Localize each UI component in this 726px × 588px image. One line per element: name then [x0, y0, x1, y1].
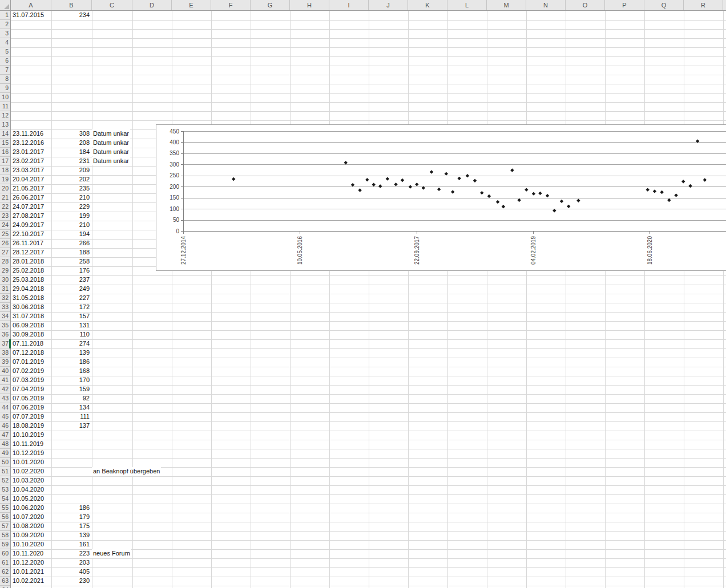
- cell-A1[interactable]: 31.07.2015: [13, 11, 44, 19]
- row-header-55[interactable]: 55: [0, 504, 10, 513]
- row-header-43[interactable]: 43: [0, 394, 10, 403]
- cell-B56[interactable]: 179: [51, 513, 90, 521]
- data-point[interactable]: [653, 189, 656, 193]
- cell-B16[interactable]: 184: [51, 148, 90, 156]
- cell-A23[interactable]: 27.08.2017: [13, 212, 44, 220]
- cell-A40[interactable]: 07.02.2019: [13, 367, 44, 375]
- row-header-16[interactable]: 16: [0, 148, 10, 157]
- select-all-corner[interactable]: [0, 0, 11, 11]
- row-header-48[interactable]: 48: [0, 440, 10, 449]
- cell-A18[interactable]: 23.03.2017: [13, 166, 44, 175]
- cell-A46[interactable]: 18.08.2019: [13, 421, 44, 430]
- row-header-42[interactable]: 42: [0, 385, 10, 394]
- row-header-19[interactable]: 19: [0, 175, 10, 184]
- cell-B62[interactable]: 405: [51, 567, 90, 576]
- cell-A26[interactable]: 26.11.2017: [13, 239, 43, 248]
- row-header-34[interactable]: 34: [0, 312, 10, 321]
- cell-B55[interactable]: 186: [51, 504, 90, 512]
- row-header-58[interactable]: 58: [0, 531, 10, 540]
- cell-A55[interactable]: 10.06.2020: [13, 504, 44, 512]
- data-point[interactable]: [660, 190, 663, 194]
- column-header-N[interactable]: N: [526, 0, 566, 10]
- row-header-38[interactable]: 38: [0, 348, 10, 358]
- row-header-21[interactable]: 21: [0, 193, 10, 202]
- row-header-31[interactable]: 31: [0, 285, 10, 294]
- cell-A19[interactable]: 20.04.2017: [13, 175, 44, 184]
- row-header-8[interactable]: 8: [0, 75, 10, 84]
- row-header-63[interactable]: 63: [0, 577, 10, 586]
- column-header-F[interactable]: F: [211, 0, 251, 10]
- cell-B59[interactable]: 161: [51, 540, 90, 549]
- cell-A42[interactable]: 07.04.2019: [13, 385, 44, 394]
- row-header-7[interactable]: 7: [0, 66, 10, 75]
- cell-B34[interactable]: 157: [51, 312, 90, 321]
- data-point[interactable]: [437, 188, 441, 191]
- row-header-26[interactable]: 26: [0, 239, 10, 248]
- data-point[interactable]: [430, 170, 433, 173]
- cell-A58[interactable]: 10.09.2020: [13, 531, 44, 540]
- row-header-17[interactable]: 17: [0, 157, 10, 166]
- cell-A57[interactable]: 10.08.2020: [13, 522, 44, 530]
- cell-B38[interactable]: 139: [51, 348, 90, 357]
- row-header-23[interactable]: 23: [0, 212, 10, 221]
- column-header-J[interactable]: J: [369, 0, 408, 10]
- cell-B1[interactable]: 234: [51, 11, 90, 19]
- row-header-15[interactable]: 15: [0, 139, 10, 148]
- cell-B60[interactable]: 223: [51, 549, 90, 558]
- cell-A49[interactable]: 10.12.2019: [13, 449, 44, 457]
- data-point[interactable]: [703, 178, 707, 181]
- data-point[interactable]: [560, 200, 563, 203]
- row-header-27[interactable]: 27: [0, 248, 10, 257]
- cell-C15[interactable]: Datum unkar: [92, 139, 130, 147]
- cell-B39[interactable]: 186: [51, 358, 90, 366]
- data-point[interactable]: [567, 205, 570, 208]
- cell-B19[interactable]: 202: [51, 175, 90, 184]
- row-header-59[interactable]: 59: [0, 540, 10, 549]
- row-header-10[interactable]: 10: [0, 93, 10, 102]
- cell-A36[interactable]: 30.09.2018: [13, 330, 44, 339]
- cell-A47[interactable]: 10.10.2019: [13, 431, 44, 439]
- column-header-R[interactable]: R: [684, 0, 723, 10]
- row-header-61[interactable]: 61: [0, 558, 10, 567]
- cell-B42[interactable]: 159: [51, 385, 90, 394]
- column-header-B[interactable]: B: [51, 0, 92, 10]
- data-point[interactable]: [232, 177, 235, 181]
- data-point[interactable]: [576, 199, 580, 202]
- row-header-62[interactable]: 62: [0, 567, 10, 577]
- cell-A62[interactable]: 10.01.2021: [13, 567, 44, 576]
- cell-A60[interactable]: 10.11.2020: [13, 549, 43, 558]
- column-header-G[interactable]: G: [251, 0, 290, 10]
- data-point[interactable]: [525, 188, 528, 191]
- data-point[interactable]: [688, 184, 692, 188]
- cell-A33[interactable]: 30.06.2018: [13, 303, 44, 311]
- column-header-K[interactable]: K: [408, 0, 447, 10]
- cell-B44[interactable]: 134: [51, 403, 90, 412]
- data-point[interactable]: [646, 188, 650, 191]
- data-point[interactable]: [510, 168, 514, 172]
- row-header-4[interactable]: 4: [0, 38, 10, 47]
- cell-B25[interactable]: 194: [51, 230, 90, 238]
- data-point[interactable]: [546, 194, 549, 197]
- data-point[interactable]: [351, 183, 354, 186]
- row-header-41[interactable]: 41: [0, 376, 10, 385]
- row-header-40[interactable]: 40: [0, 367, 10, 376]
- row-header-54[interactable]: 54: [0, 494, 10, 504]
- data-point[interactable]: [409, 185, 412, 188]
- cell-A43[interactable]: 07.05.2019: [13, 394, 44, 403]
- row-header-11[interactable]: 11: [0, 102, 10, 111]
- row-header-32[interactable]: 32: [0, 294, 10, 303]
- data-point[interactable]: [674, 193, 677, 197]
- row-header-49[interactable]: 49: [0, 449, 10, 458]
- cell-A24[interactable]: 24.09.2017: [13, 221, 44, 229]
- cell-A39[interactable]: 07.01.2019: [13, 358, 44, 366]
- data-point[interactable]: [344, 161, 348, 164]
- column-header-E[interactable]: E: [172, 0, 211, 10]
- data-point[interactable]: [538, 192, 542, 195]
- row-header-3[interactable]: 3: [0, 29, 10, 38]
- row-header-57[interactable]: 57: [0, 522, 10, 531]
- data-point[interactable]: [365, 178, 369, 181]
- column-header-Q[interactable]: Q: [644, 0, 684, 10]
- cell-A53[interactable]: 10.04.2020: [13, 485, 44, 494]
- data-point[interactable]: [532, 192, 535, 195]
- cell-C16[interactable]: Datum unkar: [92, 148, 130, 156]
